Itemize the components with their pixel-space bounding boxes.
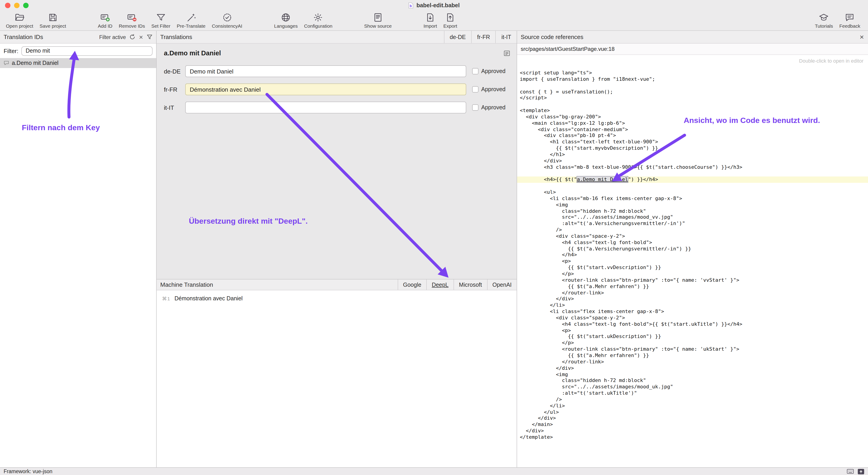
code-line: {{ $t("start.vvDescription") }} <box>520 265 868 271</box>
app-window: b babel-edit.babel Open projectSave proj… <box>0 0 868 475</box>
mt-provider-microsoft[interactable]: Microsoft <box>454 279 487 290</box>
language-label: de-DE <box>164 68 185 75</box>
translation-input-fr-fr[interactable] <box>185 83 466 95</box>
language-tab-de-de[interactable]: de-DE <box>444 31 471 43</box>
export-icon <box>445 12 456 23</box>
language-tab-fr-fr[interactable]: fr-FR <box>471 31 496 43</box>
translations-editor: a.Demo mit Daniel de-DEApprovedfr-FRAppr… <box>157 43 517 279</box>
translation-input-de-de[interactable] <box>185 65 466 77</box>
toolbar-button-show-source[interactable]: Show source <box>361 11 395 30</box>
approved-checkbox-it-it[interactable] <box>472 104 478 111</box>
translations-title: Translations <box>160 34 192 40</box>
code-line: <h4 class="text-lg font-bold">{{ $t("sta… <box>520 321 868 328</box>
approved-label: Approved <box>481 68 505 74</box>
window-title: babel-edit.babel <box>416 2 460 9</box>
translation-id-item[interactable]: a.Demo mit Daniel <box>0 58 156 68</box>
app-icon: b <box>408 2 414 9</box>
language-tab-it-it[interactable]: it-IT <box>496 31 517 43</box>
show-source-icon <box>373 12 383 23</box>
source-file-reference[interactable]: src/pages/start/GuestStartPage.vue:18 <box>517 43 868 55</box>
toolbar-button-consistencyai[interactable]: ConsistencyAI <box>209 11 245 30</box>
code-line: <p> <box>520 327 868 334</box>
configuration-icon <box>313 12 323 23</box>
toolbar-button-remove-ids[interactable]: Remove IDs <box>116 11 148 30</box>
code-line: <img <box>520 202 868 208</box>
toolbar-button-import[interactable]: Import <box>421 11 440 30</box>
mt-provider-openai[interactable]: OpenAI <box>487 279 517 290</box>
keyboard-icon[interactable] <box>847 469 854 474</box>
approved-checkbox-fr-fr[interactable] <box>472 86 478 93</box>
toolbar-button-label: Remove IDs <box>119 23 145 29</box>
toolbar-button-export[interactable]: Export <box>440 11 460 30</box>
code-line: {{ $t("start.myvbvDescription") }} <box>520 145 868 151</box>
source-code-view: <script setup lang="ts">import { useTran… <box>517 64 868 467</box>
clear-filter-icon[interactable]: × <box>139 34 143 40</box>
zoom-window-button[interactable] <box>23 3 29 8</box>
toolbar-button-save-project[interactable]: Save project <box>36 11 69 30</box>
filter-icon[interactable] <box>147 34 153 40</box>
approved-control: Approved <box>472 86 512 93</box>
code-line: src="../../assets/images/mood_uk.jpg" <box>520 384 868 390</box>
code-line: </li> <box>520 302 868 308</box>
translation-input-it-it[interactable] <box>185 102 466 113</box>
approved-label: Approved <box>481 86 505 93</box>
toolbar-groups: Open projectSave projectAdd IDRemove IDs… <box>3 11 460 30</box>
code-line: {{ $t("a.Versicherungsvermittler/-in") }… <box>520 246 868 252</box>
code-line: </template> <box>520 434 868 441</box>
translation-rows: de-DEApprovedfr-FRApprovedit-ITApproved <box>157 65 517 113</box>
toolbar-button-pre-translate[interactable]: Pre-Translate <box>174 11 209 30</box>
window-title-area: b babel-edit.babel <box>0 2 868 9</box>
translation-ids-header: Translation IDs Filter active × <box>0 31 156 43</box>
code-line: <router-link class="btn-primary" :to="{ … <box>520 346 868 352</box>
code-line: <h1 class="text-left text-blue-900"> <box>520 139 868 145</box>
translations-panel: Translations de-DEfr-FRit-IT a.Demo mit … <box>157 31 517 467</box>
code-line: </div> <box>520 158 868 164</box>
toolbar-button-set-filter[interactable]: Set Filter <box>148 11 174 30</box>
mt-provider-deepl[interactable]: DeepL <box>426 279 454 290</box>
minimize-window-button[interactable] <box>14 3 20 8</box>
close-window-button[interactable] <box>5 3 10 8</box>
mt-providers: GoogleDeepLMicrosoftOpenAI <box>398 279 517 290</box>
mt-shortcut-badge: ⌘1 <box>162 296 170 301</box>
translation-ids-panel: Translation IDs Filter active × Filter: … <box>0 31 157 467</box>
code-line: </main> <box>520 422 868 428</box>
code-line: </p> <box>520 271 868 277</box>
close-panel-icon[interactable]: × <box>856 33 868 41</box>
refresh-filter-icon[interactable] <box>129 34 135 40</box>
toolbar-button-languages[interactable]: Languages <box>271 11 301 30</box>
language-label: it-IT <box>164 104 185 111</box>
toolbar-button-configuration[interactable]: Configuration <box>301 11 336 30</box>
code-line: {{ $t("a.Mehr erfahren") }} <box>520 283 868 290</box>
mt-result-row[interactable]: ⌘1Démonstration avec Daniel <box>157 294 517 304</box>
update-icon[interactable] <box>858 468 864 474</box>
highlighted-translation-key[interactable]: a.Demo mit Daniel <box>577 177 628 182</box>
pre-translate-icon <box>186 12 196 23</box>
machine-translation-title: Machine Translation <box>160 281 213 288</box>
code-line: import { useTranslation } from "i18next-… <box>520 76 868 82</box>
mt-provider-google[interactable]: Google <box>398 279 427 290</box>
toolbar-button-tutorials[interactable]: Tutorials <box>812 11 836 30</box>
approved-label: Approved <box>481 104 505 111</box>
filter-input[interactable] <box>21 46 153 56</box>
code-line: {{ $t("a.Mehr erfahren") }} <box>520 352 868 359</box>
toolbar-button-label: Languages <box>274 23 298 29</box>
translations-header: Translations de-DEfr-FRit-IT <box>157 31 517 43</box>
toolbar-button-add-id[interactable]: Add ID <box>95 11 116 30</box>
open-project-icon <box>14 12 25 23</box>
source-references-header: Source code references × <box>517 31 868 43</box>
import-icon <box>425 12 436 23</box>
toolbar-button-label: Pre-Translate <box>177 23 206 29</box>
feedback-icon <box>845 12 855 23</box>
code-line <box>520 82 868 89</box>
approved-checkbox-de-de[interactable] <box>472 68 478 74</box>
comment-icon[interactable] <box>503 50 510 57</box>
code-line: </p> <box>520 340 868 346</box>
code-line: <div class="container-medium"> <box>520 126 868 133</box>
toolbar-button-label: Feedback <box>839 23 860 29</box>
toolbar-button-label: Save project <box>39 23 66 29</box>
filter-active-label: Filter active <box>99 34 126 40</box>
code-line: <h4>{{ $t("a.Demo mit Daniel") }}</h4> <box>517 177 868 183</box>
toolbar-button-open-project[interactable]: Open project <box>3 11 36 30</box>
window-controls <box>0 3 29 8</box>
toolbar-button-feedback[interactable]: Feedback <box>836 11 864 30</box>
